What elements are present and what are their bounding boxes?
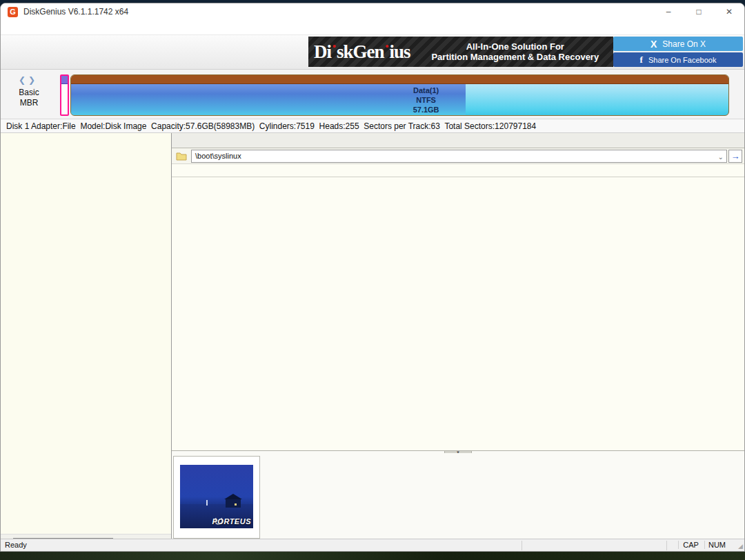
title-bar: G DiskGenius V6.1.1.1742 x64 – □ ✕ (1, 3, 744, 20)
hex-dump-view[interactable] (264, 453, 609, 543)
path-go-button[interactable]: → (728, 150, 742, 163)
disk-info-line: Disk 1 Adapter:File Model:Disk Image Cap… (1, 119, 744, 133)
desktop-background-strip (0, 552, 745, 560)
screen: G DiskGenius V6.1.1.1742 x64 – □ ✕ Di˙sk… (0, 0, 745, 560)
diskgenius-banner: Di˙skGen˙ius All-In-One Solution For Par… (308, 37, 613, 67)
share-on-x-button[interactable]: X Share On X (613, 37, 743, 51)
banner-line1: All-In-One Solution For (417, 41, 613, 52)
partition-scheme-label: Basic MBR (8, 88, 50, 108)
status-ready-text: Ready (5, 541, 27, 549)
tab-bar (172, 133, 744, 148)
data-partition-bar[interactable]: Data(1) NTFS 57.1GB (70, 74, 729, 116)
chevron-down-icon[interactable]: ⌄ (718, 151, 724, 163)
minimize-button[interactable]: – (653, 3, 684, 20)
partition-map-panel: ❮❯ Basic MBR Data(1) NTFS 57.1GB (1, 70, 744, 119)
status-num-indicator: NUM (704, 541, 729, 549)
x-icon: X (650, 39, 657, 50)
disk-nav-arrows[interactable]: ❮❯ (19, 75, 38, 85)
maximize-button[interactable]: □ (684, 3, 714, 20)
partition-bar-label: Data(1) NTFS 57.1GB (413, 86, 439, 114)
path-bar: \boot\syslinux ⌄ → (172, 148, 744, 164)
selected-partition-strip[interactable] (60, 74, 69, 116)
share-on-facebook-button[interactable]: f Share On Facebook (613, 52, 743, 67)
porteus-logo-text: PORTEUS (212, 517, 251, 526)
explorer-tree (1, 133, 172, 543)
diskgenius-window: G DiskGenius V6.1.1.1742 x64 – □ ✕ Di˙sk… (0, 3, 745, 552)
file-table-header (172, 164, 744, 177)
banner-line2: Partition Management & Data Recovery (417, 52, 613, 62)
preview-panel: ▼ PORTEUS (172, 450, 744, 543)
resize-grip[interactable]: ◢ (738, 543, 743, 550)
status-bar: Ready CAP NUM ◢ (1, 539, 744, 551)
porteus-preview-image: PORTEUS (180, 465, 253, 528)
toolbar: Di˙skGen˙ius All-In-One Solution For Par… (1, 35, 744, 70)
status-caps-indicator: CAP (678, 541, 703, 549)
path-input[interactable]: \boot\syslinux ⌄ (191, 150, 727, 163)
right-panel: \boot\syslinux ⌄ → ▼ (172, 133, 744, 543)
banner-logo: Di˙skGen˙ius (314, 41, 410, 63)
window-title: DiskGenius V6.1.1.1742 x64 (23, 7, 128, 17)
menu-bar (1, 20, 744, 35)
close-button[interactable]: ✕ (714, 3, 744, 20)
image-preview-box: PORTEUS (173, 456, 260, 539)
disk-header-band (71, 75, 728, 84)
facebook-icon: f (640, 54, 643, 66)
path-folder-icon (176, 152, 187, 161)
app-logo-icon: G (8, 7, 18, 17)
